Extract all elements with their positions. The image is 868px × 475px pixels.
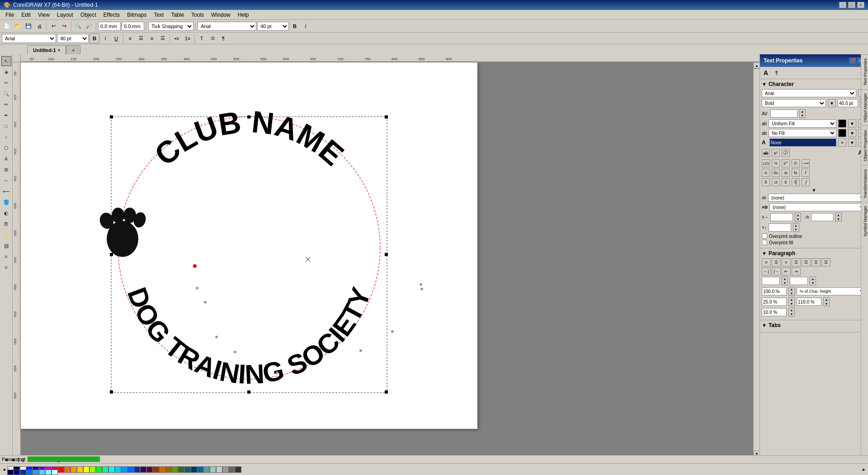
zoom-in-btn[interactable]: 🔍: [73, 21, 83, 31]
swatch-c31[interactable]: [216, 466, 222, 473]
spacing-input2[interactable]: [790, 277, 808, 285]
overprint-outline-checkbox[interactable]: [762, 233, 767, 239]
swatch2-c8[interactable]: [52, 470, 58, 473]
save-btn[interactable]: 💾: [24, 21, 33, 31]
eyedropper-tool[interactable]: 🖹: [1, 219, 11, 229]
freehand-tool[interactable]: ✏: [1, 100, 11, 109]
font-select2[interactable]: Arial: [2, 34, 56, 43]
fill-tool[interactable]: 🪣: [1, 197, 11, 207]
swatch2-c5[interactable]: [33, 470, 39, 473]
vtab-object-manager[interactable]: Object Manager: [861, 89, 868, 126]
fontsize-select2[interactable]: 40 pt: [57, 34, 89, 43]
swatch-c7[interactable]: [64, 466, 71, 473]
y-spinner[interactable]: ▲ ▼: [835, 213, 842, 222]
background-text-input[interactable]: [769, 138, 836, 147]
ab-select1[interactable]: (none): [768, 194, 866, 202]
indent-right-btn[interactable]: |→: [772, 267, 781, 276]
spacing-spinner1[interactable]: ▲ ▼: [782, 276, 788, 285]
swatch-c24[interactable]: [172, 466, 178, 473]
swatch2-c7[interactable]: [45, 470, 52, 473]
smart-fill-tool[interactable]: ◐: [1, 208, 11, 218]
shadow-tool[interactable]: ≡: [1, 262, 11, 272]
menu-tools[interactable]: Tools: [188, 11, 208, 19]
para-align-force[interactable]: ☰: [802, 258, 811, 266]
swatch-c9[interactable]: [77, 466, 83, 473]
dimension-tool[interactable]: ↔: [1, 176, 11, 185]
menu-table[interactable]: Table: [167, 11, 188, 19]
close-button[interactable]: ×: [857, 2, 864, 8]
fi-icon[interactable]: fi: [762, 178, 770, 186]
fraction-icon[interactable]: ¼: [772, 159, 780, 167]
polygon-tool[interactable]: ⬠: [1, 143, 11, 153]
colorbar-scroll-left[interactable]: ◄: [1, 466, 7, 473]
style-select[interactable]: Bold: [762, 99, 826, 107]
colorbar-scroll-right[interactable]: ►: [861, 466, 867, 473]
justify-btn[interactable]: ☰: [158, 33, 168, 43]
vtab-text-properties[interactable]: Text Properties: [861, 54, 868, 89]
size-input[interactable]: [838, 99, 858, 107]
swatch-c33[interactable]: [229, 466, 235, 473]
crop-tool[interactable]: ✂: [1, 78, 11, 88]
zoom-tool[interactable]: 🔍: [1, 89, 11, 99]
titlebar-controls[interactable]: − □ ×: [839, 2, 864, 8]
line-spacing-type[interactable]: % of Char. height: [797, 287, 866, 295]
menu-help[interactable]: Help: [234, 11, 253, 19]
character-section-header[interactable]: ▼ Character: [762, 81, 866, 87]
av-up[interactable]: ▲: [800, 109, 805, 114]
swatch-c29[interactable]: [203, 466, 210, 473]
menu-object[interactable]: Object: [77, 11, 100, 19]
fs2-icon[interactable]: fʃ: [792, 178, 800, 186]
swatch2-c4[interactable]: [26, 470, 33, 473]
number-btn[interactable]: 1≡: [183, 33, 193, 43]
expand-arrow[interactable]: ▼: [762, 188, 866, 193]
swatch-c19[interactable]: [140, 466, 146, 473]
bullet-btn[interactable]: •≡: [172, 33, 182, 43]
num123-icon[interactable]: 123: [762, 159, 770, 167]
swatch-c17[interactable]: [127, 466, 134, 473]
indent-hanging-btn[interactable]: ⇥: [792, 267, 801, 276]
menu-file[interactable]: File: [2, 11, 18, 19]
swatch-c12[interactable]: [96, 466, 102, 473]
paragraph-section-header[interactable]: ▼ Paragraph: [762, 250, 866, 256]
menu-bitmaps[interactable]: Bitmaps: [123, 11, 150, 19]
text-frame-btn[interactable]: T: [197, 33, 207, 43]
st-icon[interactable]: st: [782, 169, 790, 177]
swatch-c20[interactable]: [146, 466, 153, 473]
shape-tool[interactable]: ◈: [1, 67, 11, 77]
maximize-button[interactable]: □: [848, 2, 855, 8]
swatch-c10[interactable]: [83, 466, 90, 473]
vtab-symbol-manager[interactable]: Symbol Manager: [861, 202, 868, 240]
swatch-c23[interactable]: [165, 466, 172, 473]
swatch-c26[interactable]: [184, 466, 191, 473]
after-spinner[interactable]: ▲ ▼: [823, 297, 830, 306]
char-icon-para[interactable]: ¶: [773, 69, 781, 77]
select-tool[interactable]: ↖: [1, 56, 11, 66]
strikethrough-icon[interactable]: ab: [762, 149, 770, 157]
swatch-c25[interactable]: [178, 466, 184, 473]
align-left-btn[interactable]: ≡: [125, 33, 135, 43]
vtab-transformations[interactable]: Transformations: [861, 165, 868, 202]
align-center-btn[interactable]: ☰: [136, 33, 146, 43]
y2-input[interactable]: [769, 223, 791, 232]
para-btn[interactable]: ¶: [218, 33, 228, 43]
redo-btn[interactable]: ↪: [59, 21, 69, 31]
menu-layout[interactable]: Layout: [53, 11, 77, 19]
tab-close-icon[interactable]: ×: [58, 48, 60, 52]
fill-type-select[interactable]: Uniform Fill: [769, 119, 836, 128]
coord-x-input[interactable]: [98, 22, 121, 31]
menu-text[interactable]: Text: [150, 11, 167, 19]
char-icon-A[interactable]: A: [762, 69, 770, 77]
color-tool[interactable]: ≡: [1, 252, 11, 261]
swatch-c34[interactable]: [235, 466, 241, 473]
swatch2-c6[interactable]: [39, 470, 45, 473]
fill-more-btn[interactable]: ▼: [848, 119, 856, 128]
av-input[interactable]: [770, 109, 797, 118]
before-spinner[interactable]: ▲ ▼: [788, 297, 795, 306]
swatch-c6[interactable]: [58, 466, 64, 473]
swatch-c11[interactable]: [90, 466, 96, 473]
tab-new[interactable]: +: [66, 45, 80, 54]
x-spinner[interactable]: ▲ ▼: [795, 213, 801, 222]
info-icon[interactable]: ⓘ: [782, 149, 790, 157]
ordinal-icon[interactable]: 1ˢᵗ: [782, 159, 790, 167]
smart-draw-tool[interactable]: ✒: [1, 110, 11, 120]
